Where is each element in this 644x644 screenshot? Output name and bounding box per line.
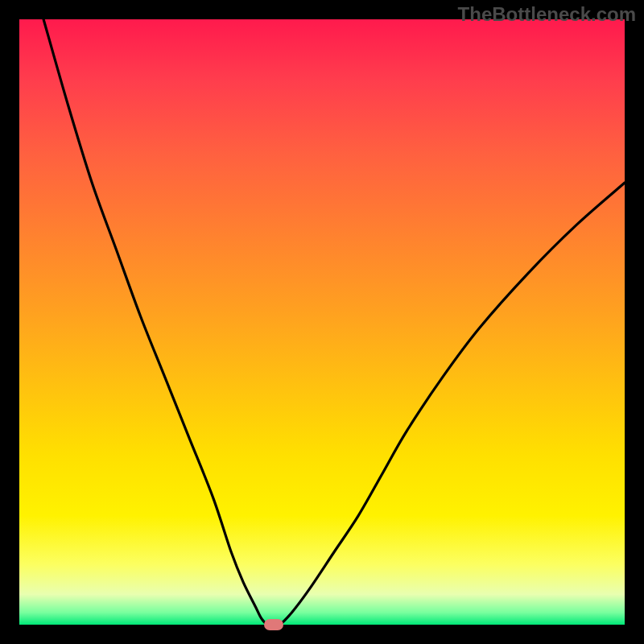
bottleneck-curve xyxy=(43,19,625,625)
watermark-text: TheBottleneck.com xyxy=(458,3,636,26)
plot-area xyxy=(19,19,625,625)
minimum-marker xyxy=(264,619,283,630)
chart-frame: TheBottleneck.com xyxy=(0,0,644,644)
curve-layer xyxy=(19,19,625,625)
